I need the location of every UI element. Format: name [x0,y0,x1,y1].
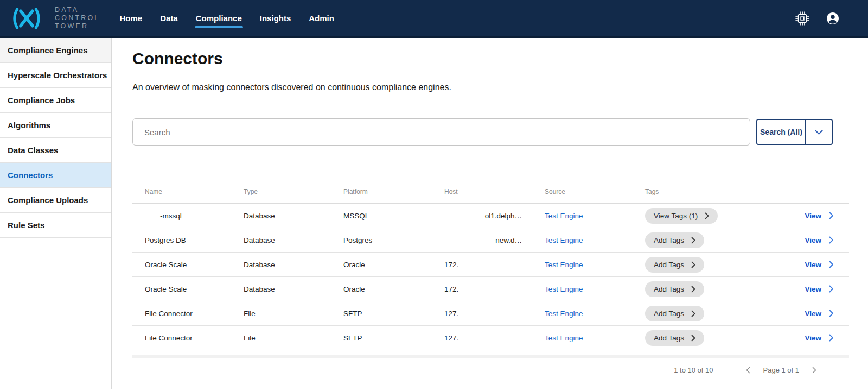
view-link[interactable]: View [805,212,821,220]
cell-tags: Add Tags [645,232,770,248]
cell-host: 127. [444,334,545,342]
search-bar: Search (All) [132,118,833,146]
chevron-right-icon [829,310,834,317]
cell-host: 172. [444,285,545,293]
cell-platform: Postgres [343,236,444,244]
search-input[interactable] [132,118,750,146]
tags-pill-label: View Tags (1) [654,212,698,220]
chevron-right-icon [829,236,834,244]
nav-item-data[interactable]: Data [160,0,178,37]
sidebar-item-label: Algorithms [8,121,50,130]
sidebar-item-data-classes[interactable]: Data Classes [0,138,111,163]
page-title: Connectors [132,49,849,68]
search-scope-dropdown[interactable] [805,120,832,144]
cell-type: File [244,334,343,342]
pagination-range: 1 to 10 of 10 [674,366,713,374]
column-header: Type [244,188,343,195]
tags-pill-label: Add Tags [654,261,684,269]
sidebar-item-hyperscale-orchestrators[interactable]: Hyperscale Orchestrators [0,63,111,88]
column-header: Host [444,188,545,195]
cell-platform: MSSQL [343,212,444,220]
tags-pill-button[interactable]: Add Tags [645,281,704,297]
cell-tags: Add Tags [645,306,770,321]
pagination: 1 to 10 of 10 Page 1 of 1 [132,366,849,374]
tags-pill-button[interactable]: Add Tags [645,330,704,346]
nav-item-insights[interactable]: Insights [260,0,291,37]
tags-pill-label: Add Tags [654,236,684,244]
main-content: Connectors An overview of masking connec… [112,38,868,389]
source-link[interactable]: Test Engine [545,285,645,293]
source-link[interactable]: Test Engine [545,310,645,318]
partial-row-divider [132,355,849,358]
nav-label: Admin [309,14,334,23]
source-link[interactable]: Test Engine [545,212,645,220]
source-link[interactable]: Test Engine [545,334,645,342]
sidebar-item-rule-sets[interactable]: Rule Sets [0,213,111,238]
cell-name: Oracle Scale [145,285,244,293]
column-header: Platform [343,188,444,195]
sidebar-item-connectors[interactable]: Connectors [0,163,111,188]
source-link[interactable]: Test Engine [545,261,645,269]
cell-type: Database [244,212,343,220]
cell-host: ol1.delph… [444,212,545,220]
view-link[interactable]: View [805,334,821,342]
topbar: DATA CONTROL TOWER Home Data Compliance … [0,0,868,38]
cell-name: Oracle Scale [145,261,244,269]
table-row: Oracle Scale Database Oracle 172. Test E… [132,277,849,301]
nav-item-home[interactable]: Home [120,0,143,37]
cell-type: Database [244,236,343,244]
sidebar-item-algorithms[interactable]: Algorithms [0,113,111,138]
search-split-button: Search (All) [756,119,833,145]
chevron-right-icon [829,261,834,268]
next-page-button[interactable] [812,367,816,374]
column-header: Name [145,188,244,195]
chip-icon[interactable] [795,11,809,26]
nav-item-admin[interactable]: Admin [309,0,334,37]
search-button[interactable]: Search (All) [757,120,805,144]
cell-name: File Connector [145,310,244,318]
sidebar-item-label: Compliance Jobs [8,96,75,105]
cell-host: 127. [444,310,545,318]
tags-pill-button[interactable]: Add Tags [645,232,704,248]
view-link[interactable]: View [805,261,821,269]
chevron-right-icon [829,212,834,219]
cell-tags: Add Tags [645,330,770,346]
chevron-left-icon [746,367,750,374]
cell-type: Database [244,285,343,293]
wordmark-line-1: DATA [55,6,100,14]
sidebar-item-compliance-engines[interactable]: Compliance Engines [0,38,111,63]
chevron-right-icon [691,261,695,268]
column-header: Source [545,188,645,195]
connectors-table: Name Type Platform Host Source Tags -mss… [132,180,849,358]
chevron-right-icon [691,286,695,293]
table-row: Oracle Scale Database Oracle 172. Test E… [132,253,849,277]
table-row: File Connector File SFTP 127. Test Engin… [132,301,849,326]
sidebar-item-label: Compliance Engines [8,46,88,55]
table-header-row: Name Type Platform Host Source Tags [132,180,849,204]
sidebar: Compliance Engines Hyperscale Orchestrat… [0,38,112,389]
view-link[interactable]: View [805,285,821,293]
table-body: -mssql Database MSSQL ol1.delph… Test En… [132,204,849,350]
view-link[interactable]: View [805,236,821,244]
source-link[interactable]: Test Engine [545,236,645,244]
nav-item-compliance[interactable]: Compliance [196,0,242,37]
sidebar-item-label: Hyperscale Orchestrators [8,71,107,80]
cell-name: Postgres DB [145,236,244,244]
sidebar-item-label: Compliance Uploads [8,195,88,205]
chevron-down-icon [815,130,823,135]
account-icon[interactable] [826,11,840,26]
page-description: An overview of masking connectors discov… [132,83,849,92]
brand-divider [49,6,49,31]
cell-tags: View Tags (1) [645,208,770,224]
prev-page-button[interactable] [746,367,750,374]
tags-pill-button[interactable]: View Tags (1) [645,208,718,224]
tags-pill-button[interactable]: Add Tags [645,306,704,321]
nav-label: Compliance [196,14,242,23]
nav-label: Data [160,14,178,23]
cell-platform: SFTP [343,334,444,342]
view-link[interactable]: View [805,310,821,318]
tags-pill-button[interactable]: Add Tags [645,257,704,273]
sidebar-item-compliance-uploads[interactable]: Compliance Uploads [0,188,111,213]
column-header: Tags [645,188,770,195]
sidebar-item-compliance-jobs[interactable]: Compliance Jobs [0,88,111,113]
